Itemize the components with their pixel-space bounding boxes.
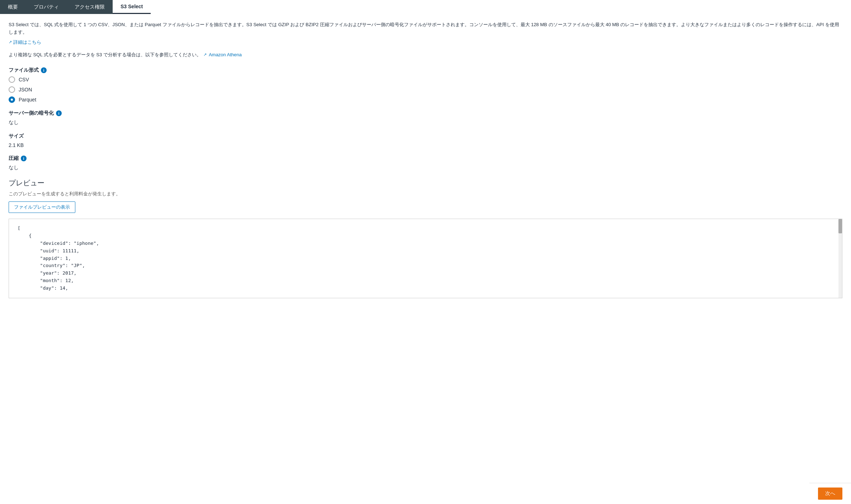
- athena-row: より複雑な SQL 式を必要とするデータを S3 で分析する場合は、以下を参照し…: [9, 51, 842, 59]
- server-encryption-info-icon[interactable]: i: [56, 110, 62, 116]
- athena-text: より複雑な SQL 式を必要とするデータを S3 で分析する場合は、以下を参照し…: [9, 51, 201, 59]
- radio-parquet[interactable]: Parquet: [9, 96, 842, 103]
- detail-link-row: ↗ 詳細はこちら: [9, 39, 842, 46]
- athena-external-icon: ↗: [203, 52, 207, 58]
- description-text: S3 Select では、SQL 式を使用して 1 つの CSV、JSON、また…: [9, 21, 842, 36]
- external-link-icon: ↗: [9, 40, 12, 44]
- radio-circle-csv: [9, 76, 15, 83]
- file-format-radio-group: CSV JSON Parquet: [9, 76, 842, 103]
- server-encryption-section: サーバー側の暗号化 i なし: [9, 110, 842, 126]
- compression-section: 圧縮 i なし: [9, 155, 842, 171]
- size-section: サイズ 2.1 KB: [9, 133, 842, 148]
- tab-properties[interactable]: プロパティ: [26, 0, 67, 14]
- preview-section: プレビュー このプレビューを生成すると利用料金が発生します。 ファイルプレビュー…: [9, 178, 842, 298]
- server-encryption-label: サーバー側の暗号化 i: [9, 110, 842, 117]
- size-value: 2.1 KB: [9, 142, 842, 148]
- scrollbar-thumb: [838, 219, 842, 233]
- radio-circle-json: [9, 86, 15, 93]
- detail-link[interactable]: 詳細はこちら: [13, 39, 41, 46]
- size-label: サイズ: [9, 133, 842, 139]
- athena-link[interactable]: Amazon Athena: [209, 51, 242, 59]
- tab-bar: 概要 プロパティ アクセス権限 S3 Select: [0, 0, 851, 14]
- main-content: S3 Select では、SQL 式を使用して 1 つの CSV、JSON、また…: [0, 14, 851, 313]
- preview-code-area: [ { "deviceid": "iphone", "uuid": 11111,…: [9, 219, 842, 298]
- compression-label: 圧縮 i: [9, 155, 842, 162]
- radio-label-json: JSON: [19, 87, 32, 92]
- radio-circle-parquet: [9, 96, 15, 103]
- file-format-label: ファイル形式 i: [9, 67, 842, 73]
- file-format-section: ファイル形式 i CSV JSON Parquet: [9, 67, 842, 103]
- preview-notice: このプレビューを生成すると利用料金が発生します。: [9, 191, 842, 197]
- preview-title: プレビュー: [9, 178, 842, 188]
- show-preview-button[interactable]: ファイルプレビューの表示: [9, 201, 75, 213]
- tab-overview[interactable]: 概要: [0, 0, 26, 14]
- tab-s3select[interactable]: S3 Select: [113, 0, 151, 14]
- scrollbar[interactable]: [838, 219, 842, 298]
- radio-json[interactable]: JSON: [9, 86, 842, 93]
- radio-label-csv: CSV: [19, 77, 29, 82]
- preview-code: [ { "deviceid": "iphone", "uuid": 11111,…: [18, 225, 833, 292]
- server-encryption-value: なし: [9, 119, 842, 126]
- compression-info-icon[interactable]: i: [21, 156, 27, 161]
- compression-value: なし: [9, 165, 842, 171]
- file-format-info-icon[interactable]: i: [41, 67, 47, 73]
- radio-csv[interactable]: CSV: [9, 76, 842, 83]
- radio-label-parquet: Parquet: [19, 97, 36, 103]
- tab-access[interactable]: アクセス権限: [67, 0, 113, 14]
